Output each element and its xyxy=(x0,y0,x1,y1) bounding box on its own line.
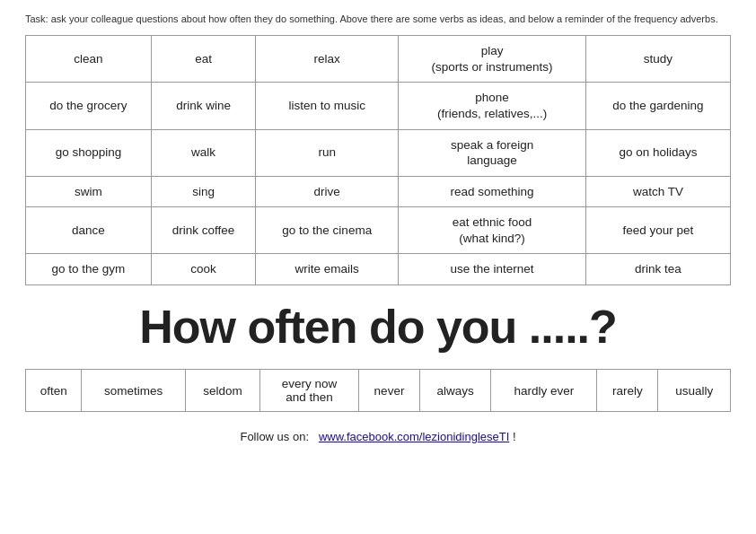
verb-cell: read something xyxy=(399,176,586,207)
verb-cell: go to the gym xyxy=(26,254,152,285)
verbs-table: cleaneatrelaxplay (sports or instruments… xyxy=(25,35,731,285)
adverb-cell: rarely xyxy=(597,370,658,412)
verb-cell: go on holidays xyxy=(585,129,730,176)
verb-cell: drink coffee xyxy=(151,207,255,254)
verb-cell: use the internet xyxy=(399,254,586,285)
verb-cell: study xyxy=(585,36,730,83)
follow-us-link[interactable]: www.facebook.com/lezionidingleseTI xyxy=(319,430,509,443)
verb-cell: feed your pet xyxy=(585,207,730,254)
verb-cell: phone (friends, relatives,...) xyxy=(399,83,586,129)
verb-cell: do the gardening xyxy=(585,83,730,129)
verb-cell: play (sports or instruments) xyxy=(399,36,586,83)
verb-cell: drink wine xyxy=(151,83,255,129)
verb-cell: go to the cinema xyxy=(256,207,399,254)
adverb-cell: usually xyxy=(658,370,731,412)
adverb-cell: hardly ever xyxy=(491,370,597,412)
adverb-cell: every now and then xyxy=(259,370,358,412)
verb-cell: clean xyxy=(26,36,152,83)
adverb-cell: seldom xyxy=(186,370,260,412)
verb-cell: swim xyxy=(26,176,152,207)
verb-cell: go shopping xyxy=(26,129,152,176)
adverb-cell: sometimes xyxy=(82,370,186,412)
verb-cell: drive xyxy=(256,176,399,207)
verb-cell: walk xyxy=(151,129,255,176)
adverb-cell: often xyxy=(26,370,82,412)
adverb-cell: always xyxy=(420,370,491,412)
follow-us-prefix: Follow us on: xyxy=(240,430,309,443)
verb-cell: drink tea xyxy=(585,254,730,285)
verb-cell: eat ethnic food (what kind?) xyxy=(399,207,586,254)
verb-cell: cook xyxy=(151,254,255,285)
adverb-cell: never xyxy=(359,370,420,412)
verb-cell: dance xyxy=(26,207,152,254)
task-description: Task: ask your colleague questions about… xyxy=(25,13,731,26)
adverbs-table: oftensometimesseldomevery now and thenne… xyxy=(25,369,731,412)
verb-cell: write emails xyxy=(256,254,399,285)
follow-us-suffix: ! xyxy=(513,430,516,443)
verb-cell: sing xyxy=(151,176,255,207)
verb-cell: listen to music xyxy=(256,83,399,129)
verb-cell: eat xyxy=(151,36,255,83)
verb-cell: relax xyxy=(256,36,399,83)
follow-us: Follow us on: www.facebook.com/lezionidi… xyxy=(25,430,731,443)
verb-cell: watch TV xyxy=(585,176,730,207)
verb-cell: run xyxy=(256,129,399,176)
big-question: How often do you .....? xyxy=(25,302,731,353)
verb-cell: do the grocery xyxy=(26,83,152,129)
verb-cell: speak a foreign language xyxy=(399,129,586,176)
